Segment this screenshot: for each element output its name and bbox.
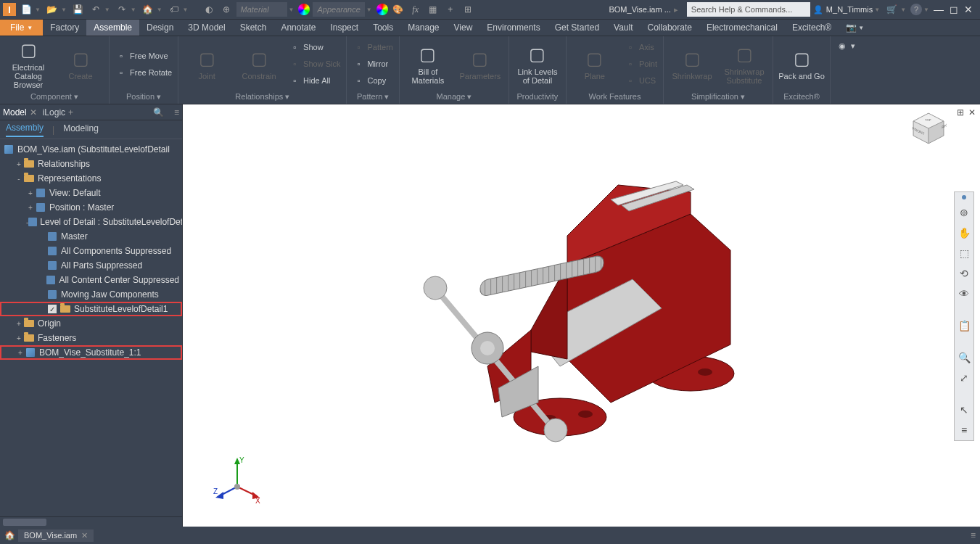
plus-icon[interactable]: +	[443, 2, 458, 17]
steering-wheel-icon[interactable]: ⊚	[957, 205, 971, 220]
select-icon[interactable]: 🏷	[167, 2, 181, 17]
menu-annotate[interactable]: Annotate	[273, 20, 323, 36]
lookup-icon[interactable]: 👁	[957, 287, 971, 301]
app-icon: I	[3, 3, 16, 16]
tree-node[interactable]: ✓SubstituteLevelofDetail1	[0, 302, 182, 316]
minimize-button[interactable]: —	[934, 4, 944, 15]
close-icon[interactable]: ✕	[30, 107, 37, 118]
orbit-icon[interactable]: ⟲	[957, 266, 971, 281]
subtab-assembly[interactable]: Assembly	[6, 123, 44, 137]
ribbon-free-move[interactable]: ▫Free Move	[112, 48, 175, 64]
redo-icon[interactable]: ↷	[115, 2, 129, 17]
material-dropdown[interactable]: Material	[236, 2, 287, 17]
crystal-icon[interactable]: ◐	[202, 2, 216, 17]
ribbon-linklevels-ofdetail[interactable]: ▢Link Levelsof Detail	[512, 38, 563, 90]
viewport-close-icon[interactable]: ✕	[968, 107, 976, 118]
menu-environments[interactable]: Environments	[479, 20, 547, 36]
menu-inspect[interactable]: Inspect	[323, 20, 366, 36]
clipboard-icon[interactable]: 📋	[957, 318, 971, 333]
user-account[interactable]: 👤 M_N_Timmis▼	[813, 5, 881, 15]
tree-root[interactable]: BOM_Vise.iam (SubstituteLevelofDetail	[0, 142, 182, 157]
color-wheel-icon[interactable]	[298, 4, 310, 15]
svg-text:Z: Z	[213, 487, 218, 495]
tab-model[interactable]: Model✕	[3, 107, 37, 118]
tab-ilogic[interactable]: iLogic+	[43, 107, 73, 118]
tree-node[interactable]: -Level of Detail : SubstituteLevelofDeta…	[0, 215, 182, 229]
viewport[interactable]: ⊞ ✕ FRONT RIGHT TOP ⊚ ✋ ⬚ ⟲ 👁 📋 🔍	[183, 104, 980, 527]
ribbon-mirror[interactable]: ▫Mirror	[350, 56, 395, 72]
menu-icon[interactable]: ≡	[174, 107, 179, 118]
home-doc-icon[interactable]: 🏠	[4, 530, 15, 540]
doc-tab[interactable]: BOM_Vise.iam✕	[18, 529, 94, 542]
menu-manage[interactable]: Manage	[400, 20, 446, 36]
menu-sketch[interactable]: Sketch	[233, 20, 274, 36]
tree-node[interactable]: +Origin	[0, 316, 182, 331]
checkbox-icon[interactable]: ✓	[48, 305, 57, 313]
ribbon-billof-materials[interactable]: ▢Bill ofMaterials	[403, 38, 453, 90]
tree-node[interactable]: Master	[0, 229, 182, 244]
ribbon-hide-all[interactable]: ▫Hide All	[286, 73, 343, 88]
ribbon-copy[interactable]: ▫Copy	[350, 73, 395, 88]
tree-node[interactable]: -Representations	[0, 171, 182, 186]
color-wheel-icon-2[interactable]	[376, 4, 388, 15]
menu-electromechanical[interactable]: Electromechanical	[699, 20, 785, 36]
tree-node[interactable]: +View: Default	[0, 186, 182, 200]
menu-getstarted[interactable]: Get Started	[548, 20, 606, 36]
menu-factory[interactable]: Factory	[43, 20, 86, 36]
cart-icon[interactable]: 🛒	[884, 2, 899, 17]
globe-icon[interactable]: ⊕	[219, 2, 234, 17]
zoom-all-icon[interactable]: ⤢	[957, 371, 971, 385]
ribbon-show[interactable]: ▫Show	[286, 39, 343, 55]
menu-vault[interactable]: Vault	[606, 20, 640, 36]
tree-node[interactable]: +Position : Master	[0, 200, 182, 215]
new-icon[interactable]: 📄	[19, 2, 33, 17]
tree-node[interactable]: All Parts Suppressed	[0, 258, 182, 273]
save-icon[interactable]: 💾	[71, 2, 86, 17]
ribbon-free-rotate[interactable]: ▫Free Rotate	[112, 65, 175, 81]
tree-node[interactable]: +Relationships	[0, 157, 182, 171]
browser-scrollbar[interactable]	[0, 516, 182, 527]
tree-icon[interactable]: ⊞	[461, 2, 475, 17]
ribbon-help-icon[interactable]: ◉▾	[833, 38, 858, 54]
doc-menu-icon[interactable]: ≡	[971, 530, 976, 540]
document-name[interactable]: BOM_Vise.iam ...▸	[603, 4, 683, 16]
menu-3dmodel[interactable]: 3D Model	[181, 20, 232, 36]
cursor-zoom-icon[interactable]: ↖	[957, 403, 971, 417]
viewport-layout-icon[interactable]: ⊞	[957, 107, 964, 118]
fx-icon[interactable]: fx	[408, 2, 423, 17]
paint-icon[interactable]: 🎨	[391, 2, 405, 17]
appearance-dropdown[interactable]: Appearance	[313, 2, 364, 17]
menu-collaborate[interactable]: Collaborate	[641, 20, 699, 36]
maximize-button[interactable]: ◻	[950, 4, 958, 15]
menu-excitech[interactable]: Excitech®	[785, 20, 839, 36]
file-menu[interactable]: File▼	[0, 20, 43, 36]
viewcube[interactable]: FRONT RIGHT TOP	[910, 110, 947, 147]
tree-node[interactable]: All Components Suppressed	[0, 244, 182, 258]
menu-icon[interactable]: ≡	[957, 423, 971, 437]
help-icon[interactable]: ?	[910, 4, 922, 15]
close-icon[interactable]: ✕	[81, 531, 88, 540]
home-icon[interactable]: 🏠	[141, 2, 155, 17]
zoom-sel-icon[interactable]: 🔍	[957, 350, 971, 365]
tree-node[interactable]: +BOM_Vise_Substitute_1:1	[0, 345, 182, 360]
zoom-window-icon[interactable]: ⬚	[957, 246, 971, 260]
subtab-modeling[interactable]: Modeling	[63, 123, 99, 136]
ribbon-electrical-catalogbrowser[interactable]: ▢ElectricalCatalog Browser	[3, 38, 54, 90]
ribbon-packandgo[interactable]: ▢Pack and Go	[776, 38, 827, 90]
undo-icon[interactable]: ↶	[88, 2, 103, 17]
search-icon[interactable]: 🔍	[153, 107, 164, 118]
tree-node[interactable]: All Content Center Suppressed	[0, 273, 182, 287]
open-icon[interactable]: 📂	[45, 2, 59, 17]
menu-design[interactable]: Design	[139, 20, 181, 36]
pan-icon[interactable]: ✋	[957, 226, 971, 240]
menu-view[interactable]: View	[447, 20, 480, 36]
svg-text:Y: Y	[239, 456, 244, 464]
close-button[interactable]: ✕	[964, 4, 973, 15]
menu-tools[interactable]: Tools	[366, 20, 400, 36]
menu-assemble[interactable]: Assemble	[86, 20, 139, 36]
camera-icon[interactable]: 📷 ▼	[839, 20, 871, 36]
tree-node[interactable]: Moving Jaw Components	[0, 287, 182, 302]
search-input[interactable]: Search Help & Commands...	[687, 2, 810, 17]
tree-node[interactable]: +Fasteners	[0, 331, 182, 345]
grid-icon[interactable]: ▦	[426, 2, 440, 17]
